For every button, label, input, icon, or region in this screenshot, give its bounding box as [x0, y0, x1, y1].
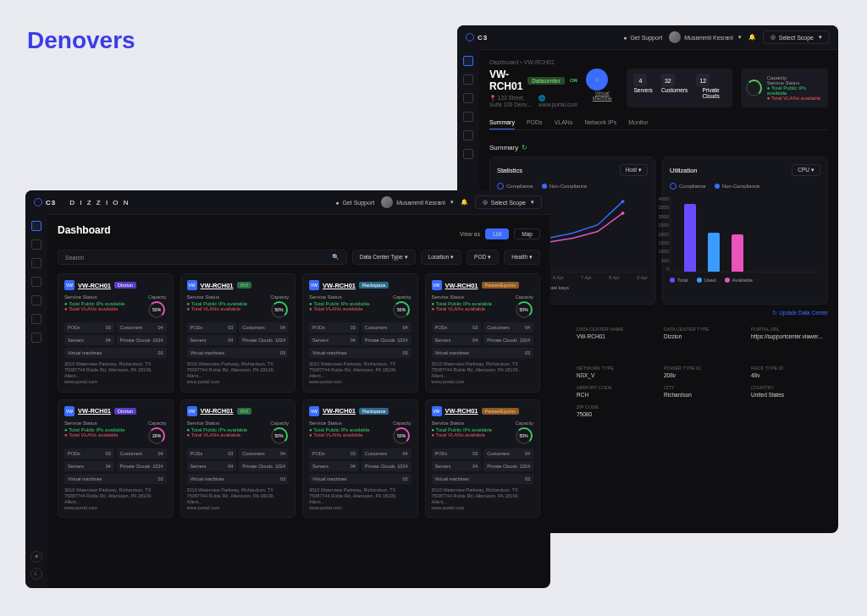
dc-icon: VW: [432, 280, 442, 290]
user-menu[interactable]: Musammil Kesrani: [669, 31, 742, 43]
tab-vlans[interactable]: VLANs: [555, 116, 573, 129]
dc-name[interactable]: VW-RCH01: [201, 407, 234, 415]
capacity-block: Capacity Service Status ● Total Public I…: [741, 69, 828, 107]
nav-users-icon[interactable]: [31, 239, 41, 250]
filter-dctype[interactable]: Data Center Type: [352, 250, 416, 265]
dc-name[interactable]: VW-RCH01: [78, 282, 111, 289]
capacity-donut: 50%: [393, 301, 410, 318]
dc-name[interactable]: VW-RCH01: [445, 282, 478, 289]
dc-name[interactable]: VW-RCH01: [323, 282, 356, 289]
nav-list-icon[interactable]: [31, 314, 41, 324]
dc-card[interactable]: VWVW-RCH01Dizzion Service Status ● Total…: [58, 399, 174, 519]
info-item: PORTAL URLhttps://supportcenter.viawer..…: [751, 327, 828, 339]
theme-light[interactable]: ☀: [30, 551, 42, 563]
legend-compliance[interactable]: Compliance: [497, 183, 533, 190]
tab-summary[interactable]: Summary: [489, 116, 515, 129]
capacity-donut: 50%: [148, 301, 165, 318]
user-menu[interactable]: Musammil Kesrani: [381, 196, 454, 208]
dc-name[interactable]: VW-RCH01: [445, 407, 478, 415]
provider-tag: Dizzion: [114, 282, 136, 289]
nav-dashboard-icon[interactable]: [463, 56, 473, 66]
capacity-donut: 50%: [516, 301, 533, 318]
dc-card[interactable]: VWVW-RCH01Rackspace Service Status ● Tot…: [302, 399, 418, 519]
dc-grid: VWVW-RCH01Dizzion Service Status ● Total…: [58, 273, 540, 518]
dc-icon: VW: [432, 406, 442, 416]
page-title: Dashboard: [58, 224, 111, 236]
info-item: NETWORK TYPENSX_V: [577, 366, 654, 378]
nav-dashboard-icon[interactable]: [31, 221, 41, 231]
info-item: DATA CENTER TYPEDizzion: [664, 327, 741, 339]
info-item: [664, 346, 741, 359]
tab-pods[interactable]: PODs: [527, 116, 543, 129]
provider-tag: IBM: [237, 408, 252, 415]
page-title: VW-RCH01 Datacenter ON: [489, 69, 577, 92]
map-toggle[interactable]: Map: [514, 228, 540, 239]
svg-point-1: [621, 212, 625, 215]
nav-settings-icon[interactable]: [463, 93, 473, 103]
nav-users-icon[interactable]: [463, 74, 473, 85]
info-item: RACK TYPE ID48v: [751, 366, 828, 378]
bell-icon[interactable]: 🔔: [461, 199, 468, 206]
provider-tag: Packet/Equinix: [482, 282, 519, 289]
host-select[interactable]: Host: [620, 164, 648, 176]
scope-select[interactable]: ◎ Select Scope: [763, 30, 830, 44]
dc-badge: Datacenter: [527, 77, 565, 85]
filter-health[interactable]: Health: [504, 250, 540, 265]
support-link[interactable]: ● Get Support: [335, 200, 374, 206]
dc-card[interactable]: VWVW-RCH01Packet/Equinix Service Status …: [425, 273, 541, 393]
legend-noncompliance[interactable]: Non-Compliance: [542, 183, 588, 190]
vm-button[interactable]: ⧉Virtual Machine: [586, 69, 619, 107]
dc-icon: VW: [64, 280, 75, 290]
c3-logo: C3: [34, 198, 56, 206]
info-item: POWER TYPE ID208v: [664, 366, 741, 378]
info-item: [664, 404, 741, 417]
info-item: ZIP CODE75080: [577, 404, 654, 417]
dc-card[interactable]: VWVW-RCH01Dizzion Service Status ● Total…: [58, 273, 174, 393]
dc-name[interactable]: VW-RCH01: [323, 407, 356, 415]
provider-tag: Dizzion: [114, 408, 136, 415]
dc-card[interactable]: VWVW-RCH01Packet/Equinix Service Status …: [425, 399, 541, 519]
search-icon: 🔍: [332, 254, 340, 261]
info-item: [751, 404, 828, 417]
scope-select[interactable]: ◎ Select Scope: [475, 195, 542, 209]
provider-tag: IBM: [237, 282, 252, 289]
subinfo: 📍 123 Street, Suite 100 Denv... 🌐 www.po…: [489, 95, 577, 107]
filter-pod[interactable]: POD: [467, 250, 499, 265]
nav-db-icon[interactable]: [463, 130, 473, 140]
breadcrumb[interactable]: Dashboard › VW-RCH01: [489, 59, 828, 65]
nav-chart-icon[interactable]: [463, 149, 473, 159]
search-input[interactable]: Search🔍: [58, 250, 347, 265]
info-item: [751, 346, 828, 359]
info-item: AIRPORT CODERCH: [577, 385, 654, 398]
bell-icon[interactable]: 🔔: [748, 34, 756, 41]
dc-icon: VW: [309, 280, 319, 290]
info-item: [577, 346, 654, 359]
theme-dark[interactable]: ☾: [30, 568, 42, 580]
nav-settings-icon[interactable]: [31, 258, 41, 268]
nav-doc-icon[interactable]: [31, 277, 41, 287]
support-link[interactable]: ● Get Support: [623, 35, 662, 41]
capacity-donut: 50%: [393, 427, 410, 444]
tab-network[interactable]: Network IPs: [584, 116, 616, 129]
dc-icon: VW: [309, 406, 319, 416]
list-toggle[interactable]: List: [485, 228, 509, 239]
avatar: [669, 31, 681, 43]
dc-icon: VW: [187, 406, 197, 416]
nav-doc-icon[interactable]: [463, 112, 473, 122]
nav-chart-icon[interactable]: [31, 333, 41, 343]
dc-card[interactable]: VWVW-RCH01IBM Service Status ● Total Pub…: [180, 273, 296, 393]
nav-db-icon[interactable]: [31, 295, 41, 305]
cpu-select[interactable]: CPU: [792, 164, 820, 176]
sidebar: ☀ ☾: [25, 214, 47, 588]
capacity-donut: 50%: [516, 427, 533, 444]
dc-card[interactable]: VWVW-RCH01Rackspace Service Status ● Tot…: [302, 273, 418, 393]
filter-location[interactable]: Location: [421, 250, 462, 265]
util-card: UtilizationCPU Compliance Non-Compliance…: [662, 157, 828, 305]
gear-icon: [466, 33, 474, 41]
tab-monitor[interactable]: Monitor: [628, 116, 648, 129]
provider-tag: Rackspace: [359, 408, 389, 415]
donut-icon: [746, 80, 762, 96]
dc-card[interactable]: VWVW-RCH01IBM Service Status ● Total Pub…: [180, 399, 296, 519]
dc-name[interactable]: VW-RCH01: [78, 407, 111, 415]
dc-name[interactable]: VW-RCH01: [201, 282, 234, 289]
